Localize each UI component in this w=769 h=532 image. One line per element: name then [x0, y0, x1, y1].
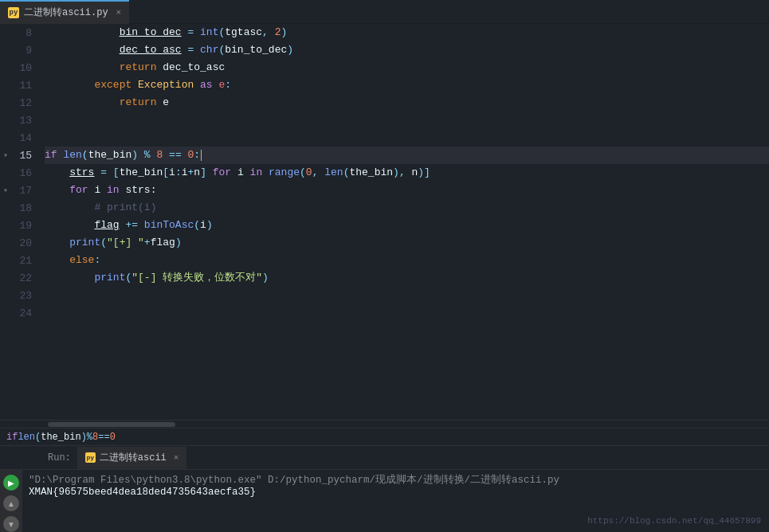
- token-punc: ),: [393, 164, 411, 182]
- fold-icon-17[interactable]: ▾: [3, 186, 8, 195]
- line-number-18: 18: [0, 199, 41, 217]
- editor-tab[interactable]: py 二进制转ascii.py ×: [0, 0, 129, 24]
- token-op: ==: [163, 147, 181, 164]
- line-number-11: 11: [0, 76, 41, 94]
- token-var: n: [194, 164, 200, 182]
- token-op: +: [144, 234, 151, 252]
- token-var: tgtasc: [225, 24, 262, 41]
- token-var underline: flag: [94, 217, 119, 234]
- token-kw-orange: except: [94, 76, 131, 94]
- token-var: flag: [151, 234, 175, 252]
- token-kw: in: [107, 182, 120, 199]
- breadcrumb-fn: len: [18, 432, 35, 443]
- token-punc: [: [113, 164, 120, 182]
- run-tab-python-icon: py: [85, 452, 96, 463]
- token-var: dec_to_asc: [156, 59, 225, 76]
- run-sidebar: ▶ ▲ ▼: [0, 470, 22, 532]
- token-var: n: [411, 164, 418, 182]
- token-plain: [45, 94, 120, 111]
- line-number-13: 13: [0, 111, 41, 129]
- token-var: the_bin: [88, 147, 132, 164]
- breadcrumb-op2: ==: [98, 432, 109, 443]
- token-punc: )]: [418, 164, 430, 182]
- token-cls: Exception: [138, 76, 194, 94]
- token-punc: [: [163, 164, 169, 182]
- run-label: Run:: [48, 452, 71, 464]
- code-line-23: [45, 287, 769, 304]
- tab-close-icon[interactable]: ×: [116, 8, 122, 18]
- code-line-15: if len(the_bin) % 8 == 0:: [45, 147, 769, 164]
- token-kw-orange: return: [120, 59, 157, 76]
- breadcrumb-num1: 8: [92, 432, 98, 443]
- token-var: i: [88, 182, 107, 199]
- token-num: 8: [151, 147, 163, 164]
- token-var underline: dec_to_asc: [120, 41, 182, 59]
- token-str: "[+] ": [107, 234, 144, 252]
- token-punc: ): [262, 269, 269, 287]
- run-cmd-line: "D:\Program Files\python3.8\python.exe" …: [29, 473, 763, 487]
- token-builtin: range: [269, 164, 300, 182]
- token-builtin: int: [200, 24, 218, 41]
- token-param: e: [218, 76, 225, 94]
- code-line-11: except Exception as e:: [45, 76, 769, 94]
- token-var: i: [231, 164, 249, 182]
- run-tab-bar: Run: py 二进制转ascii ×: [0, 446, 769, 470]
- token-var underline: bin_to_dec: [120, 24, 182, 41]
- code-line-21: else:: [45, 252, 769, 269]
- breadcrumb-punc2: ): [81, 432, 87, 443]
- run-tab[interactable]: py 二进制转ascii ×: [77, 447, 187, 469]
- code-line-9: dec_to_asc = chr(bin_to_dec): [45, 41, 769, 59]
- token-punc: (: [218, 41, 225, 59]
- line-number-12: 12: [0, 94, 41, 111]
- token-punc: :: [175, 164, 182, 182]
- run-tab-close[interactable]: ×: [174, 453, 179, 463]
- tab-label: 二进制转ascii.py: [24, 6, 108, 19]
- line-number-8: 8: [0, 24, 41, 41]
- token-punc: :: [94, 252, 100, 269]
- horizontal-scrollbar[interactable]: [0, 420, 769, 428]
- token-cmt: # print(i): [94, 199, 156, 217]
- line-number-24: 24: [0, 304, 41, 322]
- token-kw-orange: else: [45, 252, 94, 269]
- token-kw: for: [69, 182, 88, 199]
- token-plain: [45, 199, 94, 217]
- token-punc: (: [125, 269, 131, 287]
- token-var: bin_to_dec: [225, 41, 287, 59]
- token-op: +: [188, 164, 194, 182]
- token-plain: [45, 182, 69, 199]
- code-line-14: [45, 129, 769, 147]
- token-var underline: strs: [69, 164, 94, 182]
- token-var: [57, 147, 64, 164]
- token-builtin: len: [63, 147, 81, 164]
- text-cursor: [201, 150, 202, 161]
- scroll-down-button[interactable]: ▼: [3, 516, 19, 532]
- token-builtin: len: [324, 164, 343, 182]
- token-num: 0: [306, 164, 312, 182]
- play-button[interactable]: ▶: [3, 475, 19, 491]
- line-number-16: 16: [0, 164, 41, 182]
- scroll-up-button[interactable]: ▲: [3, 495, 19, 511]
- breadcrumb-var: the_bin: [41, 432, 80, 443]
- token-punc: ,: [262, 24, 275, 41]
- token-punc: ,: [312, 164, 325, 182]
- token-plain: [45, 41, 120, 59]
- token-var: e: [156, 94, 169, 111]
- token-var: i: [169, 164, 175, 182]
- code-area[interactable]: bin_to_dec = int(tgtasc, 2) dec_to_asc =…: [41, 24, 769, 420]
- line-number-17: ▾17: [0, 182, 41, 199]
- token-kw: if: [45, 147, 57, 164]
- token-punc: ): [287, 41, 293, 59]
- fold-icon-15[interactable]: ▾: [3, 151, 8, 160]
- token-var: i: [200, 217, 206, 234]
- token-var: strs:: [120, 182, 157, 199]
- token-plain: [45, 24, 120, 41]
- token-punc: (: [300, 164, 306, 182]
- token-var: [206, 164, 213, 182]
- breadcrumb-punc1: (: [35, 432, 41, 443]
- token-plain: [45, 59, 120, 76]
- line-number-22: 22: [0, 269, 41, 287]
- line-number-23: 23: [0, 287, 41, 304]
- scrollbar-thumb[interactable]: [48, 422, 175, 427]
- code-line-12: return e: [45, 94, 769, 111]
- token-punc: ): [131, 147, 144, 164]
